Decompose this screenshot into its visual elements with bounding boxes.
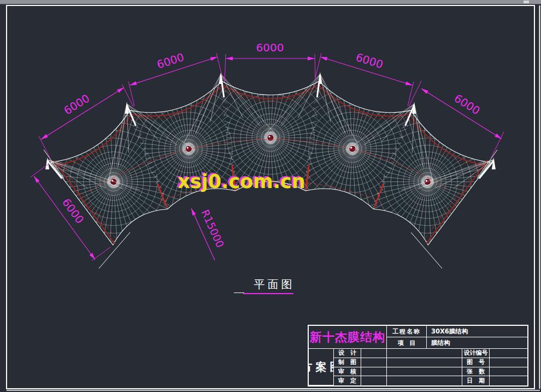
role-label-check: 审 核 bbox=[334, 367, 361, 377]
project-name-label: 工程名称 bbox=[387, 326, 427, 337]
radius-label: R15000 bbox=[199, 208, 226, 249]
field-value-cell bbox=[490, 376, 527, 385]
field-label-drawing-no: 图 号 bbox=[462, 358, 490, 367]
dimension-label: 6000 bbox=[452, 91, 483, 117]
cone-hub bbox=[267, 134, 274, 141]
signature-cell bbox=[361, 349, 387, 358]
dimension bbox=[409, 81, 504, 159]
field-label-design-no: 设计编号 bbox=[462, 349, 490, 358]
edge-cable bbox=[53, 85, 488, 165]
membrane-outline bbox=[51, 81, 490, 245]
title-block-bottom: 设 计 方案图 设计编号 制 图 图 号 审 核 张 数 审 定 日 期 bbox=[309, 349, 527, 385]
generated-geometry bbox=[31, 53, 504, 268]
mesh-module bbox=[284, 80, 421, 218]
company-name: 新十杰膜结构 bbox=[309, 326, 387, 349]
dimension-label: 6000 bbox=[256, 41, 284, 54]
title-block: 新十杰膜结构 工程名称 30X6膜结构 项 目 膜结构 设 计 方案图 设计编号… bbox=[308, 325, 528, 387]
guy-cable bbox=[411, 232, 442, 268]
item-label: 项 目 bbox=[387, 337, 427, 349]
dimension-label: 6000 bbox=[61, 91, 92, 117]
project-name-value: 30X6膜结构 bbox=[427, 326, 527, 337]
field-value-cell bbox=[490, 367, 527, 377]
cad-application-window: 6000 6000 6000 6000 6000 6000 R15000 xsj… bbox=[0, 0, 541, 392]
dimension-label: 6000 bbox=[354, 50, 385, 71]
plan-view-label: 平面图 bbox=[254, 278, 295, 291]
field-value-cell bbox=[490, 349, 527, 358]
membrane-pole bbox=[374, 184, 383, 207]
signature-cell bbox=[361, 367, 387, 377]
watermark: xsj0.com.cn bbox=[178, 171, 305, 192]
mesh-module bbox=[120, 80, 257, 218]
field-value-cell bbox=[490, 358, 527, 367]
item-value: 膜结构 bbox=[427, 337, 527, 349]
signature-cell bbox=[387, 349, 462, 358]
signature-cell bbox=[387, 358, 462, 367]
role-label-design: 设 计 bbox=[334, 349, 361, 358]
signature-cell bbox=[361, 376, 387, 385]
title-block-top: 新十杰膜结构 工程名称 30X6膜结构 项 目 膜结构 bbox=[309, 326, 527, 349]
drawing-type-label: 方案图 bbox=[309, 349, 334, 385]
dimension bbox=[225, 54, 315, 82]
guy-cable bbox=[99, 232, 130, 268]
role-label-draft: 制 图 bbox=[334, 358, 361, 367]
role-label-approve: 审 定 bbox=[334, 376, 361, 385]
signature-cell bbox=[387, 367, 462, 377]
membrane-pole bbox=[158, 184, 167, 207]
signature-cell bbox=[361, 358, 387, 367]
field-label-date: 日 期 bbox=[462, 376, 490, 385]
signature-cell bbox=[387, 376, 462, 385]
field-label-sheet-count: 张 数 bbox=[462, 367, 490, 377]
membrane-band bbox=[45, 69, 496, 250]
cone-hub bbox=[185, 145, 192, 152]
dimension-label: 6000 bbox=[155, 50, 186, 72]
